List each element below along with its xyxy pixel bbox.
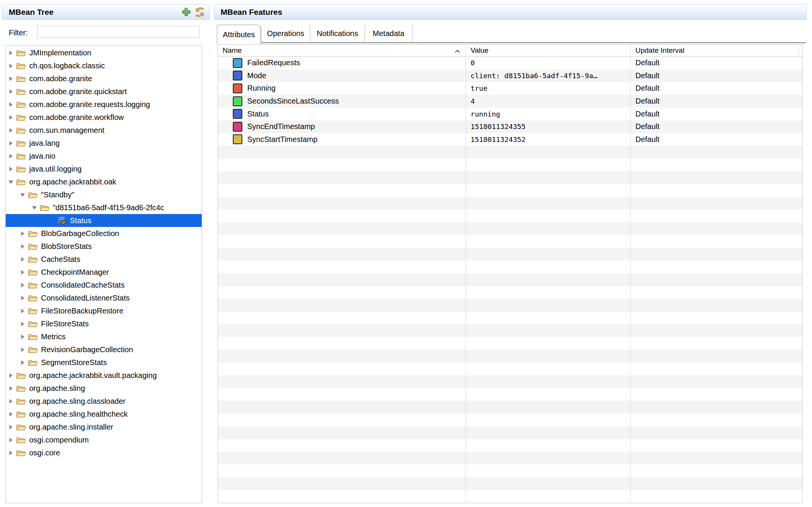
empty-table-row[interactable] [218,261,802,274]
chevron-right-icon[interactable] [8,102,14,107]
empty-table-row[interactable] [218,375,802,388]
empty-table-row[interactable] [218,490,802,503]
empty-table-row[interactable] [218,222,802,235]
tree-item-standby[interactable]: "Standby" [6,188,202,201]
empty-table-row[interactable] [218,312,802,324]
empty-table-row[interactable] [218,248,802,261]
tab-metadata[interactable]: Metadata [365,25,412,42]
tree-item-java-lang[interactable]: java.lang [6,137,202,150]
table-row[interactable]: SecondsSinceLastSuccess4Default [218,95,802,108]
filter-input[interactable] [37,26,200,38]
chevron-right-icon[interactable] [8,437,14,443]
empty-table-row[interactable] [218,362,802,375]
chevron-right-icon[interactable] [20,282,25,288]
empty-table-row[interactable] [218,159,802,172]
column-header-name[interactable]: Name [223,45,242,56]
chevron-right-icon[interactable] [8,398,14,404]
chevron-right-icon[interactable] [8,140,14,146]
tree-item-status[interactable]: Status [6,214,202,227]
table-row[interactable]: SyncEndTimestamp1518011324355Default [218,120,802,133]
tree-item-org-apache-sling-installer[interactable]: org.apache.sling.installer [6,420,202,433]
empty-table-row[interactable] [218,286,802,299]
tree-item-consolidatedlistenerstats[interactable]: ConsolidatedListenerStats [6,291,202,304]
chevron-right-icon[interactable] [8,424,14,430]
tree-item-com-adobe-granite-quickstart[interactable]: com.adobe.granite.quickstart [6,85,202,98]
tab-operations[interactable]: Operations [261,25,310,42]
tree-item-revisiongarbagecollection[interactable]: RevisionGarbageCollection [6,343,202,356]
empty-table-row[interactable] [218,477,802,490]
tree-item-com-sun-management[interactable]: com.sun.management [6,124,202,137]
empty-table-row[interactable] [218,209,802,222]
table-row[interactable]: Modeclient: d8151ba6-5adf-4f15-9a…Defaul… [218,69,802,82]
tab-attributes[interactable]: Attributes [217,25,261,44]
chevron-down-icon[interactable] [32,205,37,211]
chevron-right-icon[interactable] [20,231,25,236]
empty-table-row[interactable] [218,299,802,312]
chevron-right-icon[interactable] [8,411,14,417]
tree-item-segmentstorestats[interactable]: SegmentStoreStats [6,356,202,369]
tree-item-blobstorestats[interactable]: BlobStoreStats [6,240,202,253]
tree-item-org-apache-sling-classloader[interactable]: org.apache.sling.classloader [6,395,202,408]
empty-table-row[interactable] [218,426,802,439]
tree-item-java-nio[interactable]: java.nio [6,150,202,162]
tab-notifications[interactable]: Notifications [310,25,365,42]
chevron-right-icon[interactable] [20,244,25,249]
chevron-down-icon[interactable] [20,192,25,198]
tree-item-d8151ba6-5adf-4f15-9ad6-2fc4c[interactable]: "d8151ba6-5adf-4f15-9ad6-2fc4c [6,201,202,214]
table-row[interactable]: StatusrunningDefault [218,107,802,120]
empty-table-row[interactable] [218,439,802,452]
empty-table-row[interactable] [218,171,802,184]
tree-item-cachestats[interactable]: CacheStats [6,253,202,266]
chevron-right-icon[interactable] [20,269,25,275]
tree-item-org-apache-jackrabbit-oak[interactable]: org.apache.jackrabbit.oak [6,175,202,188]
empty-table-row[interactable] [218,388,802,401]
tree-item-org-apache-sling-healthcheck[interactable]: org.apache.sling.healthcheck [6,408,202,420]
tree-item-ch-qos-logback-classic[interactable]: ch.qos.logback.classic [6,59,202,72]
tree-item-metrics[interactable]: Metrics [6,330,202,343]
empty-table-row[interactable] [218,146,802,159]
tree-item-com-adobe-granite[interactable]: com.adobe.granite [6,72,202,85]
chevron-right-icon[interactable] [20,308,25,314]
tree-item-checkpointmanager[interactable]: CheckpointManager [6,266,202,279]
chevron-right-icon[interactable] [8,115,14,120]
empty-table-row[interactable] [218,337,802,350]
chevron-right-icon[interactable] [8,76,14,82]
table-row[interactable]: RunningtrueDefault [218,82,802,95]
chevron-right-icon[interactable] [20,334,25,340]
chevron-right-icon[interactable] [8,166,14,172]
empty-table-row[interactable] [218,401,802,414]
empty-table-row[interactable] [218,452,802,464]
chevron-right-icon[interactable] [8,153,14,159]
tree-item-filestorebackuprestore[interactable]: FileStoreBackupRestore [6,304,202,317]
empty-table-row[interactable] [218,273,802,286]
tree-item-org-apache-sling[interactable]: org.apache.sling [6,382,202,395]
chevron-right-icon[interactable] [8,89,14,94]
empty-table-row[interactable] [218,324,802,337]
chevron-right-icon[interactable] [8,386,14,391]
tree-item-org-apache-jackrabbit-vault-packaging[interactable]: org.apache.jackrabbit.vault.packaging [6,369,202,382]
chevron-right-icon[interactable] [8,63,14,69]
tree-item-consolidatedcachestats[interactable]: ConsolidatedCacheStats [6,279,202,291]
column-header-value[interactable]: Value [471,45,488,56]
empty-table-row[interactable] [218,235,802,248]
chevron-right-icon[interactable] [8,50,14,56]
chevron-down-icon[interactable] [8,179,14,185]
column-header-update-interval[interactable]: Update Interval [635,45,684,56]
tree-item-osgi-core[interactable]: osgi.core [6,446,202,459]
table-row[interactable]: SyncStartTimestamp1518011324352Default [218,133,802,146]
empty-table-row[interactable] [218,414,802,427]
empty-table-row[interactable] [218,197,802,210]
tree-item-com-adobe-granite-workflow[interactable]: com.adobe.granite.workflow [6,111,202,124]
tree-item-jmimplementation[interactable]: JMImplementation [6,46,202,59]
chevron-right-icon[interactable] [8,450,14,456]
tree-item-com-adobe-granite-requests-logging[interactable]: com.adobe.granite.requests.logging [6,98,202,111]
tree-item-osgi-compendium[interactable]: osgi.compendium [6,433,202,446]
chevron-right-icon[interactable] [20,257,25,262]
empty-table-row[interactable] [218,350,802,363]
chevron-right-icon[interactable] [20,321,25,327]
chevron-right-icon[interactable] [20,347,25,353]
refresh-button[interactable] [194,6,205,18]
chevron-right-icon[interactable] [20,295,25,301]
chevron-right-icon[interactable] [8,373,14,378]
table-row[interactable]: FailedRequests0Default [218,57,802,69]
